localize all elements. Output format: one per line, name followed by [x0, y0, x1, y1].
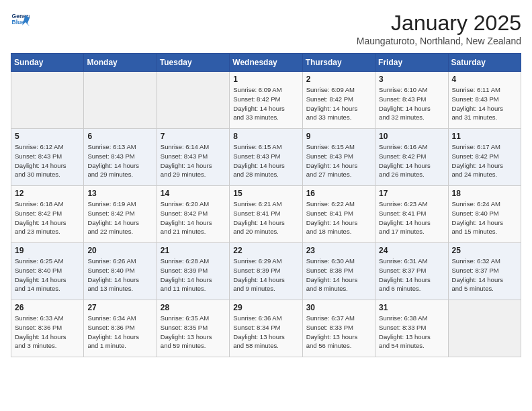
calendar-cell: 28Sunrise: 6:35 AM Sunset: 8:35 PM Dayli… [157, 300, 229, 357]
weekday-header-monday: Monday [84, 54, 157, 72]
day-info: Sunrise: 6:16 AM Sunset: 8:42 PM Dayligh… [379, 142, 444, 179]
calendar-cell: 5Sunrise: 6:12 AM Sunset: 8:43 PM Daylig… [11, 129, 84, 186]
day-number: 5 [15, 132, 80, 141]
day-info: Sunrise: 6:21 AM Sunset: 8:41 PM Dayligh… [233, 199, 298, 236]
location: Maungaturoto, Northland, New Zealand [357, 36, 521, 46]
day-info: Sunrise: 6:12 AM Sunset: 8:43 PM Dayligh… [15, 142, 80, 179]
day-info: Sunrise: 6:33 AM Sunset: 8:36 PM Dayligh… [15, 314, 80, 351]
weekday-header-friday: Friday [375, 54, 448, 72]
day-info: Sunrise: 6:11 AM Sunset: 8:43 PM Dayligh… [452, 85, 517, 122]
month-title: January 2025 [357, 11, 521, 36]
calendar-cell [157, 72, 229, 129]
day-info: Sunrise: 6:23 AM Sunset: 8:41 PM Dayligh… [379, 199, 444, 236]
day-info: Sunrise: 6:35 AM Sunset: 8:35 PM Dayligh… [161, 314, 226, 351]
weekday-header-saturday: Saturday [448, 54, 521, 72]
day-info: Sunrise: 6:25 AM Sunset: 8:40 PM Dayligh… [15, 257, 80, 293]
week-row-3: 12Sunrise: 6:18 AM Sunset: 8:42 PM Dayli… [11, 186, 521, 243]
day-info: Sunrise: 6:32 AM Sunset: 8:37 PM Dayligh… [452, 257, 517, 293]
day-info: Sunrise: 6:15 AM Sunset: 8:43 PM Dayligh… [233, 142, 298, 179]
day-info: Sunrise: 6:22 AM Sunset: 8:41 PM Dayligh… [306, 199, 371, 236]
weekday-header-tuesday: Tuesday [157, 54, 229, 72]
weekday-header-row: SundayMondayTuesdayWednesdayThursdayFrid… [11, 54, 521, 72]
day-number: 19 [15, 246, 80, 255]
day-number: 16 [306, 189, 371, 198]
calendar-cell: 30Sunrise: 6:37 AM Sunset: 8:33 PM Dayli… [302, 300, 375, 357]
calendar-cell: 7Sunrise: 6:14 AM Sunset: 8:43 PM Daylig… [157, 129, 229, 186]
calendar-cell: 8Sunrise: 6:15 AM Sunset: 8:43 PM Daylig… [230, 129, 302, 186]
weekday-header-wednesday: Wednesday [230, 54, 302, 72]
day-info: Sunrise: 6:17 AM Sunset: 8:42 PM Dayligh… [452, 142, 517, 179]
calendar-cell: 1Sunrise: 6:09 AM Sunset: 8:42 PM Daylig… [230, 72, 302, 129]
calendar-cell: 20Sunrise: 6:26 AM Sunset: 8:40 PM Dayli… [84, 243, 157, 300]
day-number: 27 [87, 303, 152, 312]
day-number: 4 [452, 75, 517, 84]
day-info: Sunrise: 6:19 AM Sunset: 8:42 PM Dayligh… [87, 199, 152, 236]
day-number: 11 [452, 132, 517, 141]
day-number: 20 [87, 246, 152, 255]
calendar-cell: 29Sunrise: 6:36 AM Sunset: 8:34 PM Dayli… [230, 300, 302, 357]
logo-icon: General Blue [11, 11, 30, 30]
day-number: 29 [233, 303, 298, 312]
day-info: Sunrise: 6:26 AM Sunset: 8:40 PM Dayligh… [87, 257, 152, 293]
day-info: Sunrise: 6:29 AM Sunset: 8:39 PM Dayligh… [233, 257, 298, 293]
day-info: Sunrise: 6:36 AM Sunset: 8:34 PM Dayligh… [233, 314, 298, 351]
day-number: 21 [161, 246, 226, 255]
day-number: 26 [15, 303, 80, 312]
calendar-cell [448, 300, 521, 357]
day-number: 28 [161, 303, 226, 312]
day-number: 24 [379, 246, 444, 255]
calendar-cell: 3Sunrise: 6:10 AM Sunset: 8:43 PM Daylig… [375, 72, 448, 129]
calendar-cell: 6Sunrise: 6:13 AM Sunset: 8:43 PM Daylig… [84, 129, 157, 186]
title-block: January 2025 Maungaturoto, Northland, Ne… [357, 11, 521, 46]
day-info: Sunrise: 6:30 AM Sunset: 8:38 PM Dayligh… [306, 257, 371, 293]
calendar-cell: 2Sunrise: 6:09 AM Sunset: 8:42 PM Daylig… [302, 72, 375, 129]
calendar-cell: 23Sunrise: 6:30 AM Sunset: 8:38 PM Dayli… [302, 243, 375, 300]
day-number: 31 [379, 303, 444, 312]
calendar-cell: 13Sunrise: 6:19 AM Sunset: 8:42 PM Dayli… [84, 186, 157, 243]
day-number: 3 [379, 75, 444, 84]
day-info: Sunrise: 6:37 AM Sunset: 8:33 PM Dayligh… [306, 314, 371, 351]
day-info: Sunrise: 6:31 AM Sunset: 8:37 PM Dayligh… [379, 257, 444, 293]
day-number: 17 [379, 189, 444, 198]
day-number: 13 [87, 189, 152, 198]
week-row-4: 19Sunrise: 6:25 AM Sunset: 8:40 PM Dayli… [11, 243, 521, 300]
calendar-table: SundayMondayTuesdayWednesdayThursdayFrid… [11, 53, 521, 357]
logo: General Blue [11, 11, 30, 30]
calendar-cell: 25Sunrise: 6:32 AM Sunset: 8:37 PM Dayli… [448, 243, 521, 300]
calendar-cell: 12Sunrise: 6:18 AM Sunset: 8:42 PM Dayli… [11, 186, 84, 243]
calendar-cell: 22Sunrise: 6:29 AM Sunset: 8:39 PM Dayli… [230, 243, 302, 300]
day-number: 30 [306, 303, 371, 312]
day-info: Sunrise: 6:09 AM Sunset: 8:42 PM Dayligh… [233, 85, 298, 122]
weekday-header-thursday: Thursday [302, 54, 375, 72]
day-number: 10 [379, 132, 444, 141]
day-number: 15 [233, 189, 298, 198]
day-number: 23 [306, 246, 371, 255]
day-info: Sunrise: 6:34 AM Sunset: 8:36 PM Dayligh… [87, 314, 152, 351]
calendar-cell: 24Sunrise: 6:31 AM Sunset: 8:37 PM Dayli… [375, 243, 448, 300]
calendar-cell: 31Sunrise: 6:38 AM Sunset: 8:33 PM Dayli… [375, 300, 448, 357]
calendar-cell [84, 72, 157, 129]
calendar-cell: 19Sunrise: 6:25 AM Sunset: 8:40 PM Dayli… [11, 243, 84, 300]
day-number: 2 [306, 75, 371, 84]
calendar-cell: 27Sunrise: 6:34 AM Sunset: 8:36 PM Dayli… [84, 300, 157, 357]
day-info: Sunrise: 6:18 AM Sunset: 8:42 PM Dayligh… [15, 199, 80, 236]
calendar-cell [11, 72, 84, 129]
day-number: 18 [452, 189, 517, 198]
calendar-cell: 21Sunrise: 6:28 AM Sunset: 8:39 PM Dayli… [157, 243, 229, 300]
day-number: 6 [87, 132, 152, 141]
week-row-2: 5Sunrise: 6:12 AM Sunset: 8:43 PM Daylig… [11, 129, 521, 186]
calendar-cell: 26Sunrise: 6:33 AM Sunset: 8:36 PM Dayli… [11, 300, 84, 357]
calendar-cell: 14Sunrise: 6:20 AM Sunset: 8:42 PM Dayli… [157, 186, 229, 243]
day-number: 14 [161, 189, 226, 198]
day-info: Sunrise: 6:38 AM Sunset: 8:33 PM Dayligh… [379, 314, 444, 351]
day-info: Sunrise: 6:09 AM Sunset: 8:42 PM Dayligh… [306, 85, 371, 122]
calendar-cell: 16Sunrise: 6:22 AM Sunset: 8:41 PM Dayli… [302, 186, 375, 243]
calendar-cell: 17Sunrise: 6:23 AM Sunset: 8:41 PM Dayli… [375, 186, 448, 243]
calendar-cell: 18Sunrise: 6:24 AM Sunset: 8:40 PM Dayli… [448, 186, 521, 243]
week-row-5: 26Sunrise: 6:33 AM Sunset: 8:36 PM Dayli… [11, 300, 521, 357]
calendar-cell: 15Sunrise: 6:21 AM Sunset: 8:41 PM Dayli… [230, 186, 302, 243]
day-info: Sunrise: 6:24 AM Sunset: 8:40 PM Dayligh… [452, 199, 517, 236]
day-number: 8 [233, 132, 298, 141]
calendar-cell: 4Sunrise: 6:11 AM Sunset: 8:43 PM Daylig… [448, 72, 521, 129]
day-number: 1 [233, 75, 298, 84]
